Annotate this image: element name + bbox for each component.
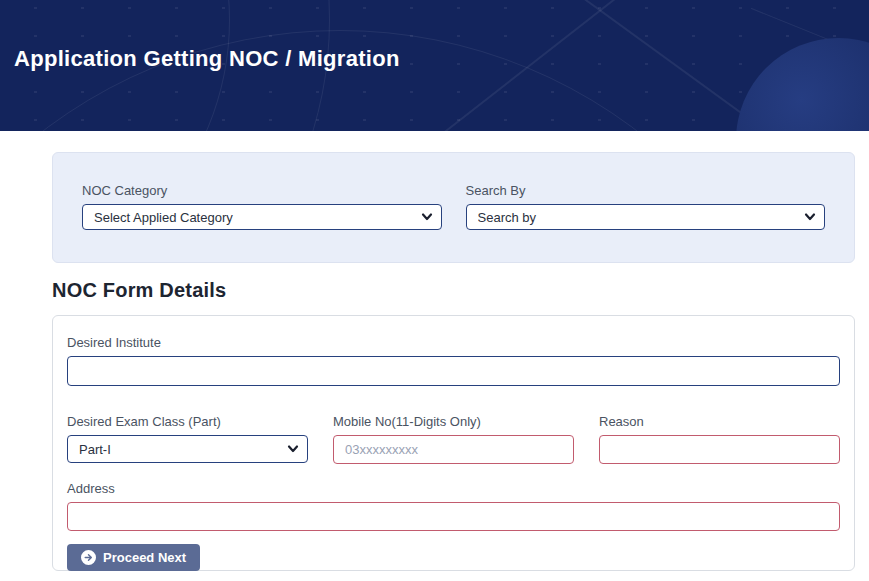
address-field: Address [67,481,840,531]
address-input[interactable] [67,502,840,531]
noc-category-select[interactable]: Select Applied Category [82,204,442,230]
reason-input[interactable] [599,435,840,464]
desired-institute-field: Desired Institute [67,335,840,386]
exam-class-field: Desired Exam Class (Part) Part-I [67,414,308,464]
mobile-label: Mobile No(11-Digits Only) [333,414,574,429]
noc-category-field: NOC Category Select Applied Category [82,183,442,230]
proceed-next-label: Proceed Next [103,550,186,565]
address-label: Address [67,481,840,496]
reason-label: Reason [599,414,840,429]
search-by-label: Search By [466,183,826,198]
proceed-next-button[interactable]: Proceed Next [67,544,200,571]
desired-institute-label: Desired Institute [67,335,840,350]
section-title: NOC Form Details [52,279,855,302]
desired-institute-input[interactable] [67,356,840,386]
reason-field: Reason [599,414,840,464]
noc-category-label: NOC Category [82,183,442,198]
exam-class-label: Desired Exam Class (Part) [67,414,308,429]
noc-form-card: Desired Institute Desired Exam Class (Pa… [52,315,855,571]
page-header: Application Getting NOC / Migration [0,0,869,131]
mobile-input[interactable] [333,435,574,464]
search-filter-panel: NOC Category Select Applied Category Sea… [52,152,855,263]
search-by-field: Search By Search by [466,183,826,230]
arrow-right-circle-icon [81,550,96,565]
search-by-select[interactable]: Search by [466,204,826,230]
exam-class-select[interactable]: Part-I [67,435,308,463]
page-title: Application Getting NOC / Migration [14,46,400,72]
mobile-field: Mobile No(11-Digits Only) [333,414,574,464]
